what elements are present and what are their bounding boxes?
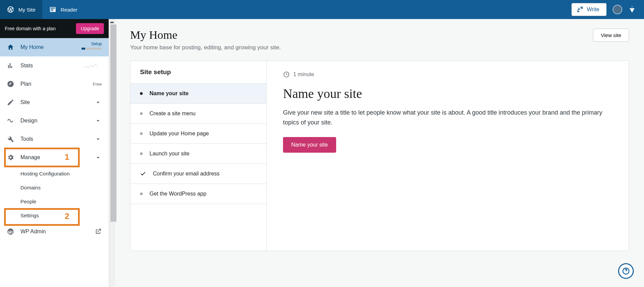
clock-icon (283, 71, 290, 78)
sidebar-item-label: Manage (20, 154, 40, 161)
page-subtitle: Your home base for posting, editing, and… (130, 44, 281, 51)
annotation-label-2: 2 (65, 212, 69, 221)
topbar-my-site[interactable]: My Site (0, 0, 42, 19)
setup-detail: 1 minute Name your site Give your new si… (267, 61, 629, 251)
status-dot-icon (140, 132, 143, 135)
view-site-button[interactable]: View site (593, 29, 629, 42)
sidebar-item-stats[interactable]: Stats (0, 56, 109, 75)
layout: Free domain with a plan Upgrade My Home … (0, 19, 644, 287)
write-button[interactable]: Write (571, 3, 607, 16)
setup-label: Setup (91, 41, 102, 46)
topbar-reader[interactable]: Reader (42, 0, 84, 19)
avatar[interactable] (613, 5, 622, 14)
status-dot-icon (140, 192, 143, 195)
sidebar-sub-hosting[interactable]: Hosting Configuration (0, 167, 109, 181)
setup-progress (81, 48, 102, 50)
setup-item-name-site[interactable]: Name your site (130, 84, 266, 104)
sidebar-item-tools[interactable]: Tools (0, 130, 109, 148)
detail-description: Give your new site a title to let people… (283, 108, 612, 128)
topbar: My Site Reader Write (0, 0, 644, 19)
wrench-icon (7, 135, 14, 143)
setup-panel: Site setup Name your site Create a site … (130, 61, 629, 251)
sparkline-icon (84, 63, 98, 68)
chevron-down-icon (94, 135, 102, 143)
setup-item-label: Confirm your email address (153, 171, 220, 177)
check-icon (140, 171, 146, 177)
main-content: My Home Your home base for posting, edit… (115, 19, 644, 287)
plan-icon (7, 80, 14, 88)
write-plus-icon (577, 6, 583, 13)
time-estimate: 1 minute (283, 71, 612, 78)
sidebar-item-site[interactable]: Site (0, 93, 109, 112)
sidebar-item-plan[interactable]: Plan Free (0, 75, 109, 93)
sidebar-item-label: WP Admin (20, 229, 46, 235)
setup-item-label: Name your site (150, 90, 189, 97)
sidebar-item-label: My Home (20, 44, 44, 50)
promo-text: Free domain with a plan (5, 26, 56, 31)
sidebar-sub-people[interactable]: People (0, 195, 109, 208)
topbar-right: Write (571, 3, 644, 16)
chevron-down-icon (94, 99, 102, 106)
topbar-my-site-label: My Site (18, 7, 35, 13)
sidebar: Free domain with a plan Upgrade My Home … (0, 19, 109, 287)
sidebar-sub-settings[interactable]: Settings (0, 208, 109, 222)
setup-item-label: Update your Home page (150, 131, 209, 137)
topbar-reader-label: Reader (61, 7, 77, 13)
sidebar-scrollbar[interactable] (109, 19, 115, 287)
sidebar-item-label: Site (20, 99, 30, 105)
setup-item-update-home[interactable]: Update your Home page (130, 124, 266, 144)
setup-item-get-app[interactable]: Get the WordPress app (130, 184, 266, 204)
gear-icon (7, 154, 14, 161)
detail-title: Name your site (283, 86, 612, 101)
wordpress-icon (7, 228, 14, 235)
chevron-up-icon (94, 154, 102, 161)
external-link-icon (94, 228, 102, 235)
help-button[interactable] (618, 263, 634, 279)
sidebar-item-label: Stats (20, 63, 33, 69)
sidebar-item-manage[interactable]: Manage (0, 148, 109, 167)
sidebar-item-wp-admin[interactable]: WP Admin (0, 222, 109, 241)
setup-item-label: Launch your site (150, 151, 189, 157)
page-header: My Home Your home base for posting, edit… (130, 29, 629, 51)
sidebar-item-label: Design (20, 118, 37, 124)
design-icon (7, 117, 14, 124)
setup-item-create-menu[interactable]: Create a site menu (130, 104, 266, 124)
setup-item-label: Create a site menu (150, 111, 195, 117)
upgrade-button[interactable]: Upgrade (76, 23, 104, 34)
promo-bar: Free domain with a plan Upgrade (0, 19, 109, 38)
sidebar-item-label: Tools (20, 136, 33, 142)
reader-icon (49, 6, 57, 13)
setup-list: Site setup Name your site Create a site … (130, 61, 267, 251)
sidebar-sub-domains[interactable]: Domains (0, 181, 109, 195)
pencil-icon (7, 99, 14, 106)
notifications-icon[interactable] (628, 6, 636, 13)
plan-tier: Free (93, 82, 102, 87)
chevron-down-icon (94, 117, 102, 124)
write-label: Write (587, 6, 599, 13)
sidebar-item-my-home[interactable]: My Home Setup (0, 38, 109, 56)
setup-item-launch[interactable]: Launch your site (130, 144, 266, 164)
page-title: My Home (130, 29, 281, 41)
status-dot-icon (140, 152, 143, 155)
question-icon (622, 267, 630, 275)
annotation-label-1: 1 (65, 152, 69, 162)
status-dot-icon (140, 92, 143, 95)
wordpress-icon (7, 6, 14, 13)
status-dot-icon (140, 112, 143, 115)
setup-title: Site setup (130, 61, 266, 84)
sidebar-item-design[interactable]: Design (0, 112, 109, 130)
setup-item-confirm-email[interactable]: Confirm your email address (130, 164, 266, 184)
home-icon (7, 44, 14, 51)
sidebar-item-label: Plan (20, 81, 31, 87)
setup-item-label: Get the WordPress app (150, 191, 206, 197)
name-site-button[interactable]: Name your site (283, 137, 336, 153)
stats-icon (7, 62, 14, 69)
time-text: 1 minute (293, 71, 314, 78)
topbar-left: My Site Reader (0, 0, 84, 19)
